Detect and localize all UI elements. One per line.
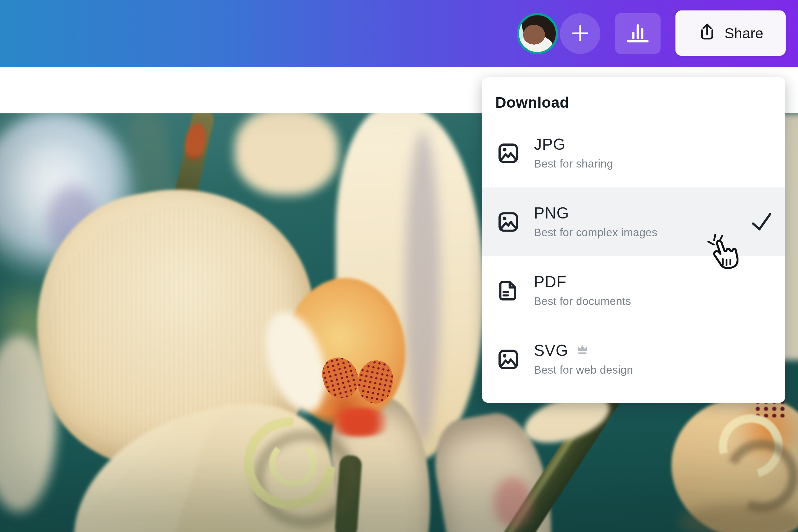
option-format: PNG	[534, 205, 569, 222]
photo-blob	[0, 335, 57, 512]
top-bar: Share	[0, 0, 798, 67]
bar-chart-icon	[626, 23, 650, 45]
photo-blob	[470, 387, 606, 532]
option-format: PDF	[534, 273, 567, 290]
photo-blob	[3, 132, 98, 240]
canva-editor: Share	[0, 0, 798, 532]
user-avatar[interactable]	[517, 13, 558, 54]
menu-option-pdf[interactable]: PDF Best for documents	[482, 256, 785, 325]
photo-blob	[494, 477, 532, 528]
photo-blob	[405, 132, 440, 443]
photo-blob	[166, 394, 335, 532]
share-button-label: Share	[724, 25, 763, 42]
photo-blob	[354, 357, 397, 406]
image-icon	[498, 143, 519, 164]
photo-blob	[0, 113, 139, 287]
photo-blob	[16, 167, 340, 496]
photo-blob	[318, 354, 363, 402]
photo-blob	[0, 265, 70, 386]
share-button[interactable]: Share	[676, 11, 786, 56]
photo-blob	[124, 113, 179, 217]
photo-blob	[31, 188, 323, 475]
add-member-button[interactable]	[560, 13, 601, 54]
photo-blob	[161, 113, 216, 256]
photo-blob	[735, 395, 798, 465]
document-icon	[498, 280, 519, 301]
photo-blob	[253, 430, 357, 528]
photo-blob	[48, 382, 363, 532]
option-description: Best for web design	[534, 363, 633, 376]
download-options: JPG Best for sharing PNG	[482, 119, 785, 394]
menu-option-svg[interactable]: SVG Best for web design	[482, 325, 785, 394]
photo-blob	[285, 278, 405, 427]
photo-blob	[48, 186, 98, 256]
photo-blob	[335, 455, 362, 532]
image-icon	[498, 211, 519, 232]
plus-icon	[570, 23, 590, 44]
photo-blob	[336, 113, 484, 462]
photo-blob	[254, 304, 338, 420]
option-description: Best for documents	[534, 295, 631, 307]
option-format: SVG	[534, 342, 568, 359]
download-menu-title: Download	[495, 94, 569, 111]
upload-icon	[698, 22, 716, 44]
option-description: Best for complex images	[534, 226, 658, 239]
photo-blob	[314, 382, 377, 430]
photo-blob	[234, 113, 339, 196]
photo-blob	[269, 439, 317, 487]
image-icon	[498, 349, 519, 370]
checkmark-icon	[750, 210, 773, 235]
option-text: PDF Best for documents	[534, 273, 631, 307]
option-text: SVG Best for web design	[534, 342, 633, 376]
menu-option-jpg[interactable]: JPG Best for sharing	[482, 119, 785, 188]
crown-icon	[577, 344, 588, 356]
photo-blob	[225, 399, 355, 528]
option-description: Best for sharing	[534, 157, 613, 170]
photo-blob	[678, 503, 798, 532]
photo-blob	[715, 430, 798, 523]
hand-pointer-cursor	[704, 232, 739, 273]
photo-blob	[325, 394, 440, 532]
download-menu: Download JPG Best for sharing	[482, 77, 785, 403]
photo-blob	[182, 121, 209, 162]
photo-blob	[323, 408, 396, 436]
insights-button[interactable]	[615, 13, 661, 54]
photo-blob	[427, 406, 567, 532]
option-text: PNG Best for complex images	[534, 205, 658, 239]
option-text: JPG Best for sharing	[534, 136, 613, 170]
photo-blob	[707, 402, 795, 490]
option-format: JPG	[534, 136, 566, 153]
menu-option-png[interactable]: PNG Best for complex images	[482, 188, 785, 256]
photo-blob	[671, 398, 798, 532]
